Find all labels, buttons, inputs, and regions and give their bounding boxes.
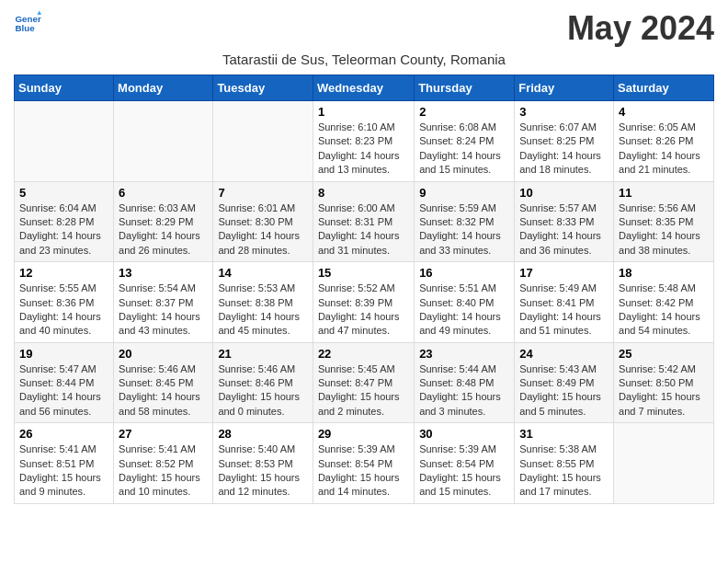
calendar-cell: 22Sunrise: 5:45 AMSunset: 8:47 PMDayligh… (313, 342, 414, 423)
day-number: 5 (19, 186, 108, 200)
day-number: 16 (419, 266, 509, 280)
day-info: Sunrise: 5:39 AMSunset: 8:54 PMDaylight:… (419, 442, 509, 500)
calendar-cell: 16Sunrise: 5:51 AMSunset: 8:40 PMDayligh… (415, 262, 515, 343)
day-info: Sunrise: 5:57 AMSunset: 8:33 PMDaylight:… (519, 201, 609, 259)
calendar-cell: 21Sunrise: 5:46 AMSunset: 8:46 PMDayligh… (213, 342, 313, 423)
day-number: 7 (218, 186, 308, 200)
calendar-cell: 8Sunrise: 6:00 AMSunset: 8:31 PMDaylight… (313, 181, 414, 262)
day-number: 19 (19, 347, 108, 361)
day-number: 10 (519, 186, 609, 200)
weekday-header-monday: Monday (114, 75, 213, 101)
calendar-cell: 6Sunrise: 6:03 AMSunset: 8:29 PMDaylight… (114, 181, 213, 262)
calendar-cell (213, 101, 313, 182)
svg-marker-2 (38, 11, 42, 16)
calendar-cell: 14Sunrise: 5:53 AMSunset: 8:38 PMDayligh… (213, 262, 313, 343)
calendar-cell: 19Sunrise: 5:47 AMSunset: 8:44 PMDayligh… (15, 342, 114, 423)
subtitle: Tatarastii de Sus, Teleorman County, Rom… (14, 52, 714, 67)
calendar-cell: 30Sunrise: 5:39 AMSunset: 8:54 PMDayligh… (415, 423, 515, 504)
calendar-cell: 28Sunrise: 5:40 AMSunset: 8:53 PMDayligh… (213, 423, 313, 504)
calendar-cell: 23Sunrise: 5:44 AMSunset: 8:48 PMDayligh… (415, 342, 515, 423)
calendar-cell: 27Sunrise: 5:41 AMSunset: 8:52 PMDayligh… (114, 423, 213, 504)
weekday-header-sunday: Sunday (15, 75, 114, 101)
day-info: Sunrise: 5:43 AMSunset: 8:49 PMDaylight:… (519, 362, 609, 419)
calendar: SundayMondayTuesdayWednesdayThursdayFrid… (14, 75, 714, 504)
day-info: Sunrise: 6:03 AMSunset: 8:29 PMDaylight:… (119, 201, 208, 259)
calendar-week-row: 1Sunrise: 6:10 AMSunset: 8:23 PMDaylight… (15, 101, 714, 182)
day-info: Sunrise: 5:38 AMSunset: 8:55 PMDaylight:… (519, 442, 609, 500)
day-number: 31 (519, 427, 609, 441)
month-title: May 2024 (567, 9, 714, 48)
day-number: 17 (519, 266, 609, 280)
day-info: Sunrise: 5:53 AMSunset: 8:38 PMDaylight:… (218, 282, 308, 339)
calendar-cell: 17Sunrise: 5:49 AMSunset: 8:41 PMDayligh… (515, 262, 614, 343)
day-info: Sunrise: 5:51 AMSunset: 8:40 PMDaylight:… (419, 282, 509, 339)
day-info: Sunrise: 5:44 AMSunset: 8:48 PMDaylight:… (419, 362, 509, 419)
calendar-cell: 15Sunrise: 5:52 AMSunset: 8:39 PMDayligh… (313, 262, 414, 343)
day-number: 27 (119, 427, 208, 441)
calendar-cell: 29Sunrise: 5:39 AMSunset: 8:54 PMDayligh… (313, 423, 414, 504)
day-number: 26 (19, 427, 108, 441)
svg-text:Blue: Blue (16, 23, 36, 33)
day-number: 4 (619, 105, 709, 119)
svg-text:General: General (16, 14, 42, 24)
day-number: 2 (419, 105, 509, 119)
day-info: Sunrise: 6:10 AMSunset: 8:23 PMDaylight:… (318, 121, 409, 178)
day-number: 14 (218, 266, 308, 280)
day-number: 24 (519, 347, 609, 361)
calendar-cell: 20Sunrise: 5:46 AMSunset: 8:45 PMDayligh… (114, 342, 213, 423)
weekday-header-tuesday: Tuesday (213, 75, 313, 101)
day-info: Sunrise: 5:39 AMSunset: 8:54 PMDaylight:… (318, 442, 409, 500)
day-number: 1 (318, 105, 409, 119)
logo-icon: General Blue (14, 9, 41, 37)
calendar-cell: 13Sunrise: 5:54 AMSunset: 8:37 PMDayligh… (114, 262, 213, 343)
calendar-week-row: 12Sunrise: 5:55 AMSunset: 8:36 PMDayligh… (15, 262, 714, 343)
day-info: Sunrise: 6:04 AMSunset: 8:28 PMDaylight:… (19, 201, 108, 259)
calendar-cell: 26Sunrise: 5:41 AMSunset: 8:51 PMDayligh… (15, 423, 114, 504)
day-number: 8 (318, 186, 409, 200)
header: General Blue May 2024 (14, 9, 714, 48)
day-number: 6 (119, 186, 208, 200)
day-number: 18 (619, 266, 709, 280)
day-info: Sunrise: 6:00 AMSunset: 8:31 PMDaylight:… (318, 201, 409, 259)
calendar-cell: 24Sunrise: 5:43 AMSunset: 8:49 PMDayligh… (515, 342, 614, 423)
calendar-cell: 1Sunrise: 6:10 AMSunset: 8:23 PMDaylight… (313, 101, 414, 182)
calendar-week-row: 5Sunrise: 6:04 AMSunset: 8:28 PMDaylight… (15, 181, 714, 262)
calendar-cell: 12Sunrise: 5:55 AMSunset: 8:36 PMDayligh… (15, 262, 114, 343)
day-number: 23 (419, 347, 509, 361)
calendar-cell: 11Sunrise: 5:56 AMSunset: 8:35 PMDayligh… (614, 181, 714, 262)
calendar-cell (614, 423, 714, 504)
calendar-cell: 5Sunrise: 6:04 AMSunset: 8:28 PMDaylight… (15, 181, 114, 262)
calendar-cell (15, 101, 114, 182)
day-number: 15 (318, 266, 409, 280)
day-info: Sunrise: 6:05 AMSunset: 8:26 PMDaylight:… (619, 121, 709, 178)
day-number: 22 (318, 347, 409, 361)
day-number: 3 (519, 105, 609, 119)
day-number: 29 (318, 427, 409, 441)
calendar-cell: 31Sunrise: 5:38 AMSunset: 8:55 PMDayligh… (515, 423, 614, 504)
day-number: 12 (19, 266, 108, 280)
weekday-header-thursday: Thursday (415, 75, 515, 101)
calendar-cell: 3Sunrise: 6:07 AMSunset: 8:25 PMDaylight… (515, 101, 614, 182)
day-info: Sunrise: 5:42 AMSunset: 8:50 PMDaylight:… (619, 362, 709, 419)
day-info: Sunrise: 5:59 AMSunset: 8:32 PMDaylight:… (419, 201, 509, 259)
logo: General Blue (14, 9, 41, 37)
day-info: Sunrise: 5:54 AMSunset: 8:37 PMDaylight:… (119, 282, 208, 339)
calendar-week-row: 26Sunrise: 5:41 AMSunset: 8:51 PMDayligh… (15, 423, 714, 504)
day-info: Sunrise: 5:46 AMSunset: 8:45 PMDaylight:… (119, 362, 208, 419)
day-info: Sunrise: 5:47 AMSunset: 8:44 PMDaylight:… (19, 362, 108, 419)
day-info: Sunrise: 5:56 AMSunset: 8:35 PMDaylight:… (619, 201, 709, 259)
day-info: Sunrise: 5:52 AMSunset: 8:39 PMDaylight:… (318, 282, 409, 339)
day-number: 13 (119, 266, 208, 280)
day-number: 9 (419, 186, 509, 200)
calendar-cell: 2Sunrise: 6:08 AMSunset: 8:24 PMDaylight… (415, 101, 515, 182)
day-info: Sunrise: 6:08 AMSunset: 8:24 PMDaylight:… (419, 121, 509, 178)
calendar-cell: 25Sunrise: 5:42 AMSunset: 8:50 PMDayligh… (614, 342, 714, 423)
calendar-week-row: 19Sunrise: 5:47 AMSunset: 8:44 PMDayligh… (15, 342, 714, 423)
day-number: 28 (218, 427, 308, 441)
day-info: Sunrise: 5:46 AMSunset: 8:46 PMDaylight:… (218, 362, 308, 419)
day-number: 21 (218, 347, 308, 361)
day-info: Sunrise: 5:41 AMSunset: 8:51 PMDaylight:… (19, 442, 108, 500)
weekday-header-wednesday: Wednesday (313, 75, 414, 101)
day-info: Sunrise: 6:07 AMSunset: 8:25 PMDaylight:… (519, 121, 609, 178)
calendar-cell: 10Sunrise: 5:57 AMSunset: 8:33 PMDayligh… (515, 181, 614, 262)
